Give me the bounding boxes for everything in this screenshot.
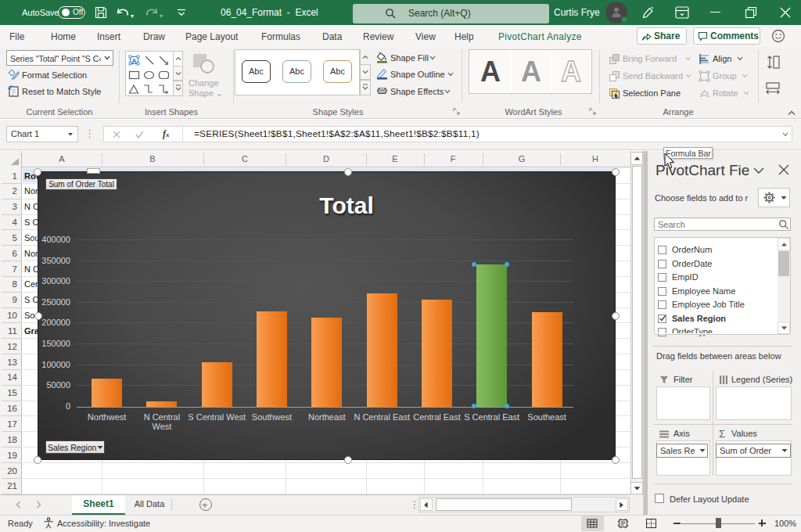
svg-text:A: A — [131, 57, 137, 65]
